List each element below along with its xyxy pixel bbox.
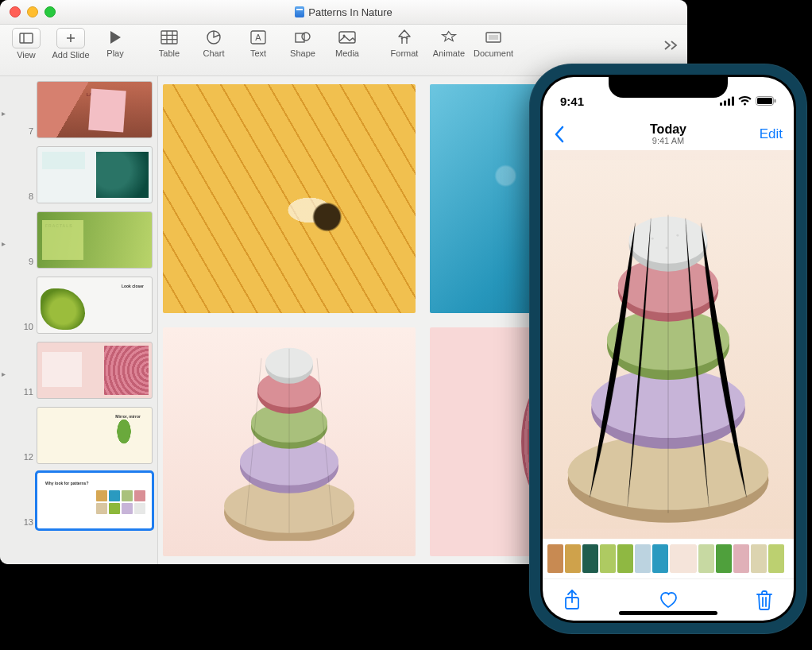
play-button[interactable]: Play <box>95 28 135 58</box>
svg-rect-0 <box>20 33 33 43</box>
svg-point-14 <box>302 33 310 41</box>
toolbar-label: Play <box>106 48 123 58</box>
nav-title: Today 9:41 AM <box>543 123 794 145</box>
svg-rect-36 <box>732 97 734 106</box>
animate-button[interactable]: Animate <box>429 28 469 58</box>
table-button[interactable]: Table <box>149 28 189 58</box>
home-indicator[interactable] <box>619 611 717 615</box>
slide-navigator[interactable]: ▸7LAYERS8Under the surface▸9FRACTALS10Lo… <box>0 76 158 564</box>
slide-number: 13 <box>16 517 33 529</box>
trash-button[interactable] <box>756 590 773 610</box>
filmstrip-thumbnail[interactable] <box>733 544 749 573</box>
slide-thumbnail-image[interactable]: Under the surface <box>37 146 153 203</box>
chart-button[interactable]: Chart <box>194 28 234 58</box>
disclosure-triangle-icon[interactable]: ▸ <box>2 109 13 138</box>
svg-text:A: A <box>255 33 261 42</box>
filmstrip-thumbnail[interactable] <box>768 544 784 573</box>
filmstrip-thumbnail[interactable] <box>565 544 581 573</box>
titlebar: Patterns In Nature <box>0 0 687 25</box>
slide-thumbnail-title: FRACTALS <box>45 223 73 228</box>
notch <box>609 77 728 98</box>
window-title: Patterns In Nature <box>0 6 687 18</box>
format-button[interactable]: Format <box>385 28 424 58</box>
minimize-window-button[interactable] <box>27 6 38 17</box>
disclosure-triangle-icon[interactable]: ▸ <box>2 239 13 269</box>
toolbar-label: Media <box>335 48 359 58</box>
filmstrip-thumbnail[interactable] <box>582 544 598 573</box>
view-button[interactable]: View <box>6 28 46 60</box>
collage-image-urchins[interactable] <box>163 327 416 556</box>
toolbar-label: Shape <box>290 48 315 58</box>
window-controls <box>0 6 56 17</box>
slide-number: 10 <box>16 322 33 334</box>
slide-thumbnail-image[interactable]: Mirror, mirror <box>37 407 153 464</box>
svg-rect-34 <box>724 101 726 106</box>
document-icon <box>480 28 507 47</box>
cellular-icon <box>720 96 734 106</box>
status-time: 9:41 <box>560 95 584 108</box>
shape-button[interactable]: Shape <box>283 28 323 58</box>
chart-icon <box>200 28 227 47</box>
slide-thumbnail[interactable]: 12Mirror, mirror <box>0 405 157 466</box>
disclosure-triangle-icon[interactable]: ▸ <box>2 369 13 399</box>
toolbar-overflow-button[interactable] <box>662 36 681 55</box>
slide-thumbnail-image[interactable]: SYMMETRIES <box>37 342 153 399</box>
filmstrip-thumbnail[interactable] <box>670 544 697 573</box>
slide-thumbnail-image[interactable]: Why look for patterns? <box>37 472 153 529</box>
filmstrip-thumbnail[interactable] <box>617 544 633 573</box>
svg-rect-39 <box>775 99 776 103</box>
text-icon: A <box>245 28 272 47</box>
photo-filmstrip[interactable] <box>543 539 794 578</box>
document-icon <box>295 6 304 17</box>
slide-thumbnail[interactable]: 8Under the surface <box>0 145 157 205</box>
disclosure-triangle-icon <box>2 183 13 203</box>
media-icon <box>334 28 361 47</box>
toolbar-label: View <box>17 50 36 60</box>
table-icon <box>156 28 183 47</box>
slide-thumbnail[interactable]: ▸9FRACTALS <box>0 210 157 270</box>
document-button[interactable]: Document <box>474 28 513 58</box>
slide-number: 8 <box>16 192 33 203</box>
slide-thumbnail-title: LAYERS <box>87 92 102 97</box>
toolbar-label: Chart <box>203 48 225 58</box>
media-button[interactable]: Media <box>327 28 367 58</box>
filmstrip-thumbnail[interactable] <box>547 544 563 573</box>
svg-rect-19 <box>489 35 498 40</box>
svg-point-53 <box>666 247 668 250</box>
slide-thumbnail-image[interactable]: Look closer <box>37 277 153 334</box>
svg-rect-35 <box>728 99 730 106</box>
toolbar-label: Format <box>391 48 419 58</box>
nav-title-text: Today <box>543 123 794 136</box>
svg-point-51 <box>652 238 654 240</box>
svg-marker-4 <box>110 31 121 44</box>
slide-thumbnail[interactable]: ▸11SYMMETRIES <box>0 340 157 400</box>
filmstrip-thumbnail[interactable] <box>716 544 732 573</box>
filmstrip-thumbnail[interactable] <box>635 544 651 573</box>
slide-number: 12 <box>16 452 33 464</box>
slide-thumbnail[interactable]: 10Look closer <box>0 275 157 335</box>
iphone-device: 9:41 <box>529 64 807 634</box>
filmstrip-thumbnail[interactable] <box>652 544 668 573</box>
iphone-screen: 9:41 <box>543 77 794 621</box>
filmstrip-thumbnail[interactable] <box>751 544 767 573</box>
slide-number: 7 <box>16 126 33 138</box>
slide-thumbnail-image[interactable]: LAYERS <box>37 81 153 138</box>
close-window-button[interactable] <box>10 6 21 17</box>
slide-thumbnail-image[interactable]: FRACTALS <box>37 211 153 269</box>
favorite-button[interactable] <box>658 590 679 609</box>
disclosure-triangle-icon <box>2 509 13 529</box>
svg-rect-38 <box>757 98 772 104</box>
toolbar-label: Animate <box>433 48 465 58</box>
filmstrip-thumbnail[interactable] <box>600 544 616 573</box>
edit-button[interactable]: Edit <box>760 126 783 142</box>
text-button[interactable]: A Text <box>238 28 278 58</box>
photo-viewer[interactable] <box>543 150 794 539</box>
filmstrip-thumbnail[interactable] <box>698 544 714 573</box>
slide-thumbnail[interactable]: 13Why look for patterns? <box>0 470 157 531</box>
share-button[interactable] <box>563 589 581 611</box>
collage-image-honeycomb[interactable] <box>163 84 416 313</box>
slide-thumbnail[interactable]: ▸7LAYERS <box>0 79 157 140</box>
back-button[interactable] <box>554 126 565 143</box>
zoom-window-button[interactable] <box>44 6 56 17</box>
add-slide-button[interactable]: Add Slide <box>51 28 91 60</box>
